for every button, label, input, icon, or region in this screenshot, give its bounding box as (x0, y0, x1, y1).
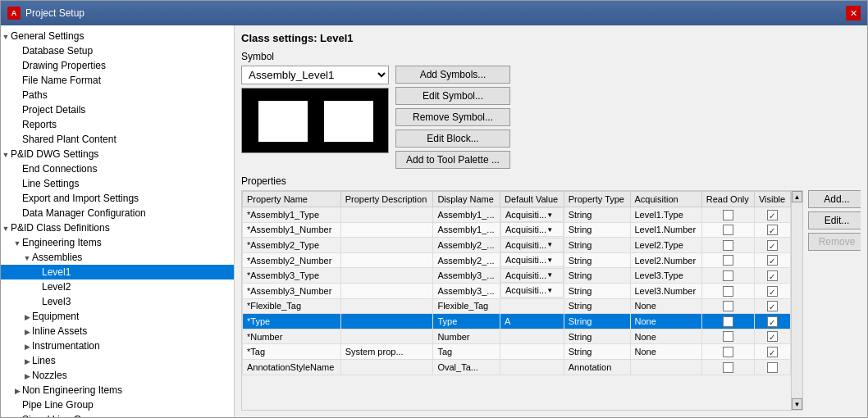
tree-item-inline-assets[interactable]: ▶Inline Assets (1, 324, 234, 338)
add-tool-palette-button[interactable]: Add to Tool Palette ... (395, 151, 510, 169)
cell-read-only[interactable] (701, 314, 754, 329)
table-row[interactable]: *Assembly3_NumberAssembly3_...Acquisiti.… (243, 283, 791, 298)
props-table-wrap[interactable]: Property Name Property Description Displ… (241, 190, 792, 411)
table-row[interactable]: AnnotationStyleNameOval_Ta...Annotation (243, 359, 791, 375)
symbol-dropdown[interactable]: Assembly_Level1 (241, 66, 389, 84)
cell-read-only[interactable] (701, 252, 754, 268)
cell-visible[interactable] (754, 238, 790, 253)
table-row[interactable]: *NumberNumberStringNone (243, 329, 791, 344)
cell-read-only[interactable] (701, 298, 754, 314)
scroll-down-button[interactable]: ▼ (792, 398, 802, 410)
cell-read-only[interactable] (701, 268, 754, 284)
remove-symbol-button[interactable]: Remove Symbol... (395, 108, 510, 126)
checkbox-visible[interactable] (767, 270, 778, 281)
tree-item-level2[interactable]: Level2 (1, 279, 234, 294)
checkbox-visible[interactable] (767, 316, 778, 327)
tree-item-general-settings[interactable]: ▼General Settings (1, 29, 234, 43)
tree-item-file-name-format[interactable]: File Name Format (1, 73, 234, 88)
checkbox-visible[interactable] (767, 347, 778, 357)
table-row[interactable]: *Assembly3_TypeAssembly3_...Acquisiti...… (243, 268, 791, 284)
checkbox-visible[interactable] (767, 331, 778, 342)
tree-item-data-manager-config[interactable]: Data Manager Configuration (1, 206, 234, 220)
remove-property-button[interactable]: Remove (808, 233, 861, 251)
tree-item-database-setup[interactable]: Database Setup (1, 43, 234, 58)
checkbox-read-only[interactable] (723, 210, 733, 220)
tree-item-pid-class-definitions[interactable]: ▼P&ID Class Definitions (1, 220, 234, 235)
table-row[interactable]: *Assembly2_TypeAssembly2_...Acquisiti...… (243, 238, 791, 253)
checkbox-read-only[interactable] (723, 362, 733, 373)
checkbox-read-only[interactable] (723, 240, 733, 251)
checkbox-visible[interactable] (767, 225, 778, 235)
checkbox-read-only[interactable] (723, 316, 733, 327)
cell-visible[interactable] (754, 298, 790, 314)
tree-item-signal-line-group[interactable]: Signal Line Group (1, 412, 234, 417)
table-row[interactable]: *TypeTypeAStringNone (243, 314, 791, 329)
checkbox-read-only[interactable] (723, 301, 733, 311)
table-row[interactable]: *Flexible_TagFlexible_TagStringNone (243, 298, 791, 314)
tree-item-instrumentation[interactable]: ▶Instrumentation (1, 338, 234, 353)
cell-read-only[interactable] (701, 344, 754, 360)
tree-item-export-import-settings[interactable]: Export and Import Settings (1, 191, 234, 206)
cell-default-value[interactable]: Acquisiti... ▼ (500, 268, 564, 283)
tree-item-level3[interactable]: Level3 (1, 294, 234, 309)
close-button[interactable]: ✕ (846, 6, 861, 20)
tree-item-end-connections[interactable]: End Connections (1, 161, 234, 176)
cell-read-only[interactable] (701, 207, 754, 223)
tree-item-pipe-line-group[interactable]: Pipe Line Group (1, 398, 234, 412)
cell-default-value[interactable]: Acquisiti... ▼ (500, 222, 564, 237)
checkbox-read-only[interactable] (723, 331, 733, 342)
tree-item-paths[interactable]: Paths (1, 88, 234, 102)
tree-item-equipment[interactable]: ▶Equipment (1, 309, 234, 324)
add-symbols-button[interactable]: Add Symbols... (395, 66, 510, 84)
tree-item-shared-plant-content[interactable]: Shared Plant Content (1, 132, 234, 147)
cell-visible[interactable] (754, 283, 790, 298)
tree-item-level1[interactable]: Level1 (1, 265, 234, 279)
cell-read-only[interactable] (701, 359, 754, 375)
tree-item-non-engineering-items[interactable]: ▶Non Engineering Items (1, 383, 234, 398)
cell-read-only[interactable] (701, 329, 754, 344)
tree-item-pid-dwg-settings[interactable]: ▼P&ID DWG Settings (1, 147, 234, 161)
scroll-up-button[interactable]: ▲ (792, 191, 802, 202)
tree-item-assemblies[interactable]: ▼Assemblies (1, 250, 234, 265)
cell-default-value[interactable]: Acquisiti... ▼ (500, 252, 564, 267)
checkbox-visible[interactable] (767, 286, 778, 297)
checkbox-read-only[interactable] (723, 255, 733, 266)
table-row[interactable]: *Assembly1_TypeAssembly1_...Acquisiti...… (243, 207, 791, 223)
tree-item-line-settings[interactable]: Line Settings (1, 176, 234, 191)
checkbox-read-only[interactable] (723, 347, 733, 357)
edit-symbol-button[interactable]: Edit Symbol... (395, 87, 510, 105)
table-row[interactable]: *Assembly2_NumberAssembly2_...Acquisiti.… (243, 252, 791, 268)
checkbox-visible[interactable] (767, 255, 778, 266)
cell-visible[interactable] (754, 252, 790, 268)
cell-read-only[interactable] (701, 222, 754, 238)
checkbox-read-only[interactable] (723, 286, 733, 297)
cell-default-value[interactable]: Acquisiti... ▼ (500, 238, 564, 252)
checkbox-visible[interactable] (767, 362, 778, 373)
edit-property-button[interactable]: Edit... (808, 211, 861, 229)
cell-visible[interactable] (754, 344, 790, 360)
cell-default-value[interactable]: Acquisiti... ▼ (500, 283, 564, 298)
tree-item-project-details[interactable]: Project Details (1, 102, 234, 117)
cell-visible[interactable] (754, 222, 790, 238)
cell-read-only[interactable] (701, 238, 754, 253)
add-property-button[interactable]: Add... (808, 190, 861, 208)
tree-item-reports[interactable]: Reports (1, 117, 234, 132)
cell-default-value[interactable]: Acquisiti... ▼ (500, 207, 564, 222)
cell-visible[interactable] (754, 359, 790, 375)
cell-visible[interactable] (754, 207, 790, 223)
tree-item-lines[interactable]: ▶Lines (1, 353, 234, 368)
cell-visible[interactable] (754, 329, 790, 344)
cell-read-only[interactable] (701, 283, 754, 298)
checkbox-visible[interactable] (767, 210, 778, 220)
tree-item-drawing-properties[interactable]: Drawing Properties (1, 58, 234, 73)
cell-visible[interactable] (754, 314, 790, 329)
table-row[interactable]: *TagSystem prop...TagStringNone (243, 344, 791, 360)
checkbox-visible[interactable] (767, 240, 778, 251)
checkbox-read-only[interactable] (723, 225, 733, 235)
checkbox-read-only[interactable] (723, 270, 733, 281)
cell-visible[interactable] (754, 268, 790, 284)
table-row[interactable]: *Assembly1_NumberAssembly1_...Acquisiti.… (243, 222, 791, 238)
edit-block-button[interactable]: Edit Block... (395, 129, 510, 148)
tree-item-engineering-items[interactable]: ▼Engineering Items (1, 235, 234, 250)
checkbox-visible[interactable] (767, 301, 778, 311)
